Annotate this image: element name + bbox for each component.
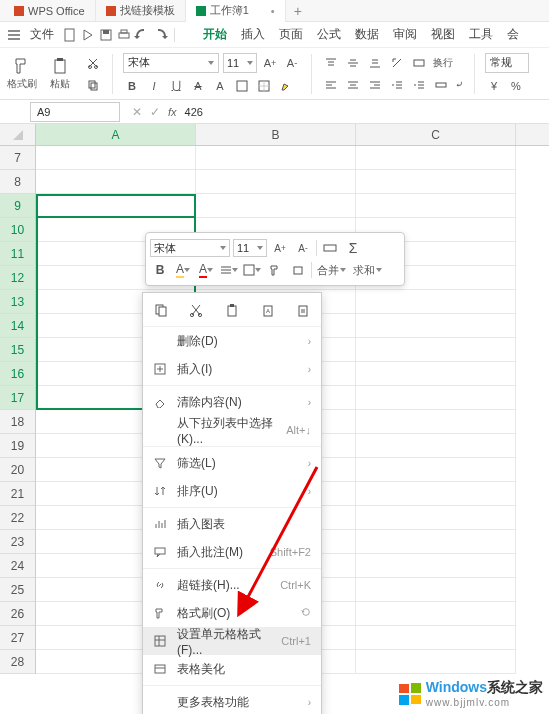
currency-icon[interactable]: ¥ <box>485 77 503 95</box>
row-header[interactable]: 13 <box>0 290 36 314</box>
name-box[interactable]: A9 <box>30 102 120 122</box>
border-button[interactable] <box>255 77 273 95</box>
merge-icon[interactable] <box>410 54 428 72</box>
mini-font-select[interactable]: 宋体 <box>150 239 230 257</box>
mini-sum-button[interactable]: 求和 <box>351 263 384 278</box>
cell[interactable] <box>356 458 516 482</box>
formula-value[interactable]: 426 <box>185 106 203 118</box>
wrap-text-icon[interactable]: ⤶ <box>454 76 464 94</box>
row-header[interactable]: 16 <box>0 362 36 386</box>
tab-start[interactable]: 开始 <box>197 26 233 43</box>
align-left-icon[interactable] <box>322 76 340 94</box>
cut-icon[interactable] <box>84 54 102 72</box>
redo-icon[interactable] <box>152 27 168 43</box>
row-header[interactable]: 11 <box>0 242 36 266</box>
align-center-icon[interactable] <box>344 76 362 94</box>
row-header[interactable]: 8 <box>0 170 36 194</box>
strike-button[interactable]: A <box>189 77 207 95</box>
ctx-cell-format[interactable]: 设置单元格格式(F)...Ctrl+1 <box>143 627 321 655</box>
col-header-a[interactable]: A <box>36 124 196 145</box>
font-size-select[interactable]: 11 <box>223 53 257 73</box>
cell[interactable] <box>356 602 516 626</box>
row-header[interactable]: 19 <box>0 434 36 458</box>
undo-icon[interactable] <box>134 27 150 43</box>
underline-button[interactable]: ⋃ <box>167 77 185 95</box>
merge-cells-button[interactable] <box>432 76 450 94</box>
percent-icon[interactable]: % <box>507 77 525 95</box>
ctx-paste-special-icon[interactable] <box>293 300 313 320</box>
mini-decrease-font-icon[interactable]: A- <box>293 238 313 258</box>
ctx-filter[interactable]: 筛选(L)› <box>143 449 321 477</box>
italic-button[interactable]: I <box>145 77 163 95</box>
font-select[interactable]: 宋体 <box>123 53 219 73</box>
bold-button[interactable]: B <box>123 77 141 95</box>
tab-member[interactable]: 会 <box>501 26 525 43</box>
cell[interactable] <box>356 434 516 458</box>
align-middle-icon[interactable] <box>344 54 362 72</box>
cell[interactable] <box>356 482 516 506</box>
row-header[interactable]: 18 <box>0 410 36 434</box>
mini-increase-font-icon[interactable]: A+ <box>270 238 290 258</box>
cell[interactable] <box>356 578 516 602</box>
row-header[interactable]: 17 <box>0 386 36 410</box>
row-header[interactable]: 14 <box>0 314 36 338</box>
new-icon[interactable] <box>62 27 78 43</box>
file-menu[interactable]: 文件 <box>24 26 60 43</box>
row-header[interactable]: 26 <box>0 602 36 626</box>
ctx-more[interactable]: 更多表格功能› <box>143 688 321 714</box>
cell[interactable] <box>356 506 516 530</box>
row-header[interactable]: 20 <box>0 458 36 482</box>
cancel-icon[interactable]: ✕ <box>132 105 142 119</box>
select-all-corner[interactable] <box>0 124 36 146</box>
paste-button[interactable]: 粘贴 <box>44 57 76 91</box>
ctx-delete[interactable]: 删除(D)› <box>143 327 321 355</box>
print-icon[interactable] <box>116 27 132 43</box>
confirm-icon[interactable]: ✓ <box>150 105 160 119</box>
indent-icon[interactable] <box>410 76 428 94</box>
mini-sum-icon[interactable]: Σ <box>343 238 363 258</box>
cell[interactable] <box>356 146 516 170</box>
fx-label[interactable]: fx <box>168 106 177 118</box>
wrap-button[interactable]: 换行 <box>432 54 454 72</box>
cell[interactable] <box>36 146 196 170</box>
cell[interactable] <box>356 314 516 338</box>
increase-font-icon[interactable]: A+ <box>261 54 279 72</box>
add-tab-button[interactable]: + <box>286 3 310 19</box>
row-header[interactable]: 7 <box>0 146 36 170</box>
row-header[interactable]: 24 <box>0 554 36 578</box>
ctx-droplist[interactable]: 从下拉列表中选择(K)...Alt+↓ <box>143 416 321 444</box>
number-format-select[interactable]: 常规 <box>485 53 529 73</box>
ctx-hyperlink[interactable]: 超链接(H)...Ctrl+K <box>143 571 321 599</box>
mini-align-button[interactable] <box>219 260 239 280</box>
row-header[interactable]: 25 <box>0 578 36 602</box>
cell[interactable] <box>356 530 516 554</box>
ctx-copy-icon[interactable] <box>151 300 171 320</box>
mini-fill-color-button[interactable]: A <box>173 260 193 280</box>
mini-clear-icon[interactable] <box>288 260 308 280</box>
tab-insert[interactable]: 插入 <box>235 26 271 43</box>
cell[interactable] <box>196 194 356 218</box>
outdent-icon[interactable] <box>388 76 406 94</box>
tab-page[interactable]: 页面 <box>273 26 309 43</box>
copy-icon[interactable] <box>84 76 102 94</box>
doc-tab-1[interactable]: 找链接模板 <box>96 0 186 22</box>
cell[interactable] <box>36 170 196 194</box>
ctx-paste-icon[interactable] <box>222 300 242 320</box>
format-painter-button[interactable]: 格式刷 <box>6 57 38 91</box>
mini-merge-icon[interactable] <box>320 238 340 258</box>
col-header-c[interactable]: C <box>356 124 516 145</box>
cell[interactable] <box>356 554 516 578</box>
align-right-icon[interactable] <box>366 76 384 94</box>
cell[interactable] <box>196 170 356 194</box>
row-header[interactable]: 9 <box>0 194 36 218</box>
row-header[interactable]: 12 <box>0 266 36 290</box>
col-header-b[interactable]: B <box>196 124 356 145</box>
tab-formula[interactable]: 公式 <box>311 26 347 43</box>
tab-data[interactable]: 数据 <box>349 26 385 43</box>
cell[interactable] <box>356 338 516 362</box>
cell[interactable] <box>356 410 516 434</box>
fill-color-button[interactable] <box>233 77 251 95</box>
row-header[interactable]: 10 <box>0 218 36 242</box>
row-header[interactable]: 23 <box>0 530 36 554</box>
row-header[interactable]: 22 <box>0 506 36 530</box>
